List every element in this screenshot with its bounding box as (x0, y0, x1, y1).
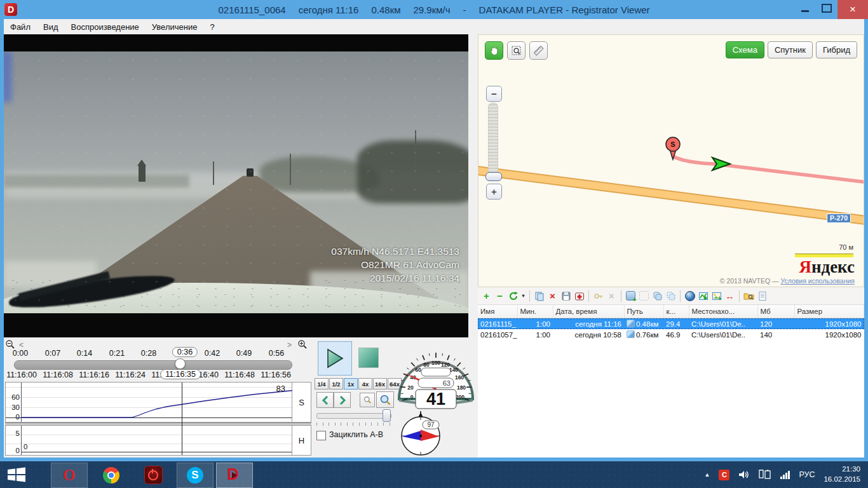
battery-icon[interactable] (759, 470, 771, 480)
timeline-step-forward[interactable]: > (287, 341, 292, 349)
export-map-icon[interactable] (697, 290, 709, 302)
col-size[interactable]: Размер (794, 305, 864, 318)
timeline-top-label: 0:42 (205, 349, 220, 358)
play-button[interactable] (318, 341, 352, 376)
maximize-button[interactable] (816, 0, 837, 17)
volume-icon[interactable] (738, 470, 750, 480)
map-mode-satellite[interactable]: Спутник (768, 41, 813, 58)
taskbar-skype[interactable]: S (177, 463, 214, 488)
loop-ab-label: Зациклить A-B (329, 430, 383, 439)
speed-graph[interactable]: 60 30 0 83 (5, 382, 292, 423)
copy-icon[interactable] (533, 290, 545, 302)
start-button[interactable] (0, 461, 33, 488)
export-image-icon[interactable]: + (710, 290, 722, 302)
map-zoom-in-button[interactable]: + (486, 184, 502, 200)
save-icon[interactable] (560, 290, 572, 302)
speed-1x[interactable]: 1x (344, 378, 358, 390)
tray-clock[interactable]: 21:30 16.02.2015 (824, 464, 860, 484)
taskbar-datakam[interactable]: D (216, 463, 253, 488)
language-indicator[interactable]: РУС (799, 470, 815, 479)
track-thumb-icon (627, 330, 635, 338)
map-panel[interactable]: S (478, 34, 864, 287)
video-panel[interactable]: 037km/h N46.5171 E41.3513 O821MR 61 Advo… (4, 34, 468, 337)
network-signal-icon[interactable] (780, 471, 790, 479)
panel-splitter[interactable] (468, 34, 478, 337)
taskbar-opera[interactable]: O (51, 463, 88, 488)
menu-file[interactable]: Файл (4, 20, 37, 34)
unlink-icon[interactable]: × (606, 290, 618, 302)
log-file-icon[interactable] (756, 290, 768, 302)
col-datetime[interactable]: Дата, время (553, 305, 624, 318)
title-bar[interactable]: D 02161115_0064 сегодня 11:16 0.48км 29.… (0, 0, 868, 19)
timeline-cursor-bottom-bubble: 11:16:35 (160, 369, 201, 379)
google-earth-icon[interactable] (684, 290, 696, 302)
map-zoom-out-button[interactable]: − (486, 86, 502, 102)
empty-selection-icon[interactable] (638, 290, 650, 302)
key-icon[interactable] (592, 290, 604, 302)
cell-path: 0.48км (624, 318, 663, 330)
file-row-selected[interactable]: 02161115_ 1:00 сегодня 11:16 0.48км 29.4… (478, 318, 864, 330)
menu-zoom[interactable]: Увеличение (146, 20, 204, 34)
copy-layers-dashed-icon[interactable] (665, 290, 677, 302)
speed-16x[interactable]: 16x (373, 378, 387, 390)
map-zoom-slider[interactable] (488, 102, 498, 176)
map-pan-tool[interactable] (485, 41, 503, 60)
height-graph[interactable]: 5 0 0 (5, 425, 292, 456)
tray-time: 21:30 (824, 464, 860, 475)
map-mode-scheme[interactable]: Схема (726, 41, 764, 58)
position-slider[interactable] (316, 413, 391, 419)
s-axis-letter: S (299, 398, 304, 407)
next-file-button[interactable] (334, 392, 351, 408)
close-button[interactable]: × (837, 0, 868, 19)
add-file-icon[interactable]: + (480, 290, 492, 302)
prev-file-button[interactable] (316, 392, 334, 408)
speed-4x[interactable]: 4x (358, 378, 372, 390)
speedometer: 0 20 40 60 80 100 120 140 160 180 200 (394, 339, 478, 410)
delete-icon[interactable]: × (546, 290, 559, 302)
copy-layers-icon[interactable] (651, 290, 663, 302)
map-zoom-slider-thumb[interactable] (485, 172, 502, 181)
more-dropdown-icon[interactable]: ▾ (520, 290, 526, 302)
position-slider-thumb[interactable] (383, 409, 391, 422)
dashcam-video[interactable]: 037km/h N46.5171 E41.3513 O821MR 61 Advo… (4, 51, 468, 313)
height-graph-axis-label: H (292, 425, 311, 456)
speed-quarter[interactable]: 1/4 (315, 378, 329, 390)
taskbar-chrome[interactable] (93, 463, 130, 488)
chevron-right-icon (339, 396, 346, 405)
snapshot-icon[interactable] (573, 290, 585, 302)
refresh-icon[interactable] (507, 290, 519, 302)
col-min[interactable]: Мин. (517, 305, 553, 318)
file-row[interactable]: 02161057_ 1:00 сегодня 10:58 0.76км 46.9… (478, 329, 864, 340)
tray-expand-icon[interactable]: ▲ (704, 471, 710, 478)
loop-ab-checkbox[interactable] (316, 431, 326, 440)
col-mb[interactable]: Мб (757, 305, 794, 318)
map-start-marker[interactable]: S (666, 137, 680, 159)
remove-file-icon[interactable]: − (494, 290, 506, 302)
tray-c-icon[interactable]: C (719, 470, 729, 480)
minimize-button[interactable] (794, 0, 816, 17)
timeline-slider-thumb[interactable] (175, 358, 186, 369)
timeline-slider[interactable] (14, 360, 292, 370)
menu-playback[interactable]: Воспроизведение (65, 20, 146, 34)
col-name[interactable]: Имя (478, 305, 517, 318)
menu-view[interactable]: Вид (37, 20, 65, 34)
browse-folder-icon[interactable] (743, 290, 755, 302)
terms-link[interactable]: Условия использования (780, 277, 855, 285)
timeline-zoom-in-button[interactable] (297, 339, 308, 352)
map-zoom-select-tool[interactable] (507, 41, 526, 60)
fit-width-icon[interactable]: ↔ (724, 290, 736, 302)
new-selection-icon[interactable]: + (625, 290, 637, 302)
video-zoom-out-button[interactable] (360, 393, 375, 407)
timeline-step-back[interactable]: < (19, 341, 24, 349)
taskbar-power-app[interactable] (135, 463, 172, 488)
menu-help[interactable]: ? (203, 20, 220, 34)
map-ruler-tool[interactable] (529, 41, 548, 60)
video-zoom-in-button[interactable] (376, 391, 394, 408)
graph-playhead-cursor[interactable] (182, 383, 182, 455)
stop-button[interactable] (358, 348, 379, 368)
col-location[interactable]: Местонахо... (689, 305, 757, 318)
col-k[interactable]: к... (663, 305, 689, 318)
map-mode-hybrid[interactable]: Гибрид (816, 41, 857, 58)
speed-half[interactable]: 1/2 (329, 378, 343, 390)
col-path[interactable]: Путь (624, 305, 663, 318)
